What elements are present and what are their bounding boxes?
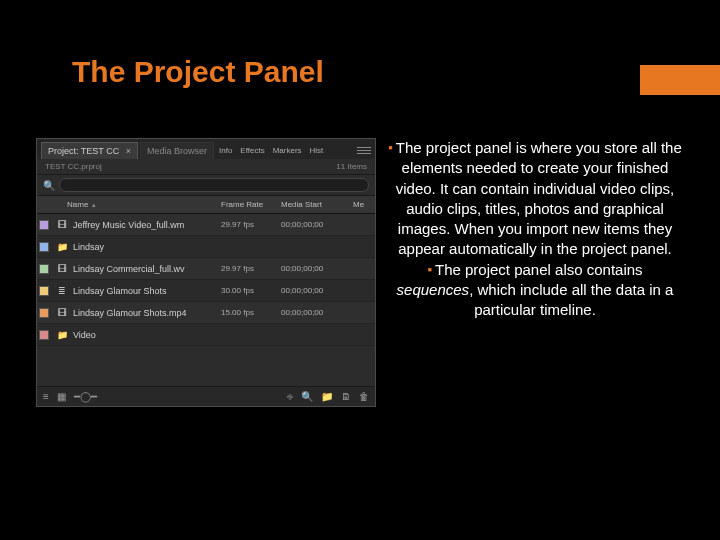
automate-icon[interactable]: ⎆ bbox=[287, 391, 293, 402]
close-icon[interactable]: × bbox=[126, 146, 131, 156]
bullet-2-text-a: The project panel also contains bbox=[435, 261, 643, 278]
slide-title: The Project Panel bbox=[72, 55, 324, 89]
row-name: Lindsay Glamour Shots bbox=[71, 286, 221, 296]
search-icon[interactable]: 🔍 bbox=[43, 180, 55, 191]
search-bar: 🔍 bbox=[37, 175, 375, 196]
panel-menu-icon[interactable] bbox=[357, 145, 371, 157]
row-frame-rate: 30.00 fps bbox=[221, 286, 281, 295]
bin-icon: 📁 bbox=[55, 240, 69, 254]
col-frame-rate[interactable]: Frame Rate bbox=[221, 200, 281, 209]
table-row[interactable]: 🎞 Jeffrey Music Video_full.wm 29.97 fps … bbox=[37, 214, 375, 236]
tab-media-browser[interactable]: Media Browser bbox=[140, 142, 214, 159]
content: Project: TEST CC × Media Browser Info Ef… bbox=[36, 138, 682, 407]
table-row[interactable]: 📁 Lindsay bbox=[37, 236, 375, 258]
label-swatch[interactable] bbox=[39, 308, 49, 318]
panel-footer: ≡ ▦ ━◯━ ⎆ 🔍 📁 🗎 🗑 bbox=[37, 386, 375, 406]
bullet-icon: ▪ bbox=[388, 140, 393, 155]
row-name: Lindsay Commercial_full.wv bbox=[71, 264, 221, 274]
label-swatch[interactable] bbox=[39, 330, 49, 340]
bullet-2: ▪The project panel also contains sequenc… bbox=[388, 260, 682, 321]
tab-effects[interactable]: Effects bbox=[237, 146, 267, 155]
row-media-start: 00;00;00;00 bbox=[281, 264, 353, 273]
bullet-2-text-c: , which include all the data in a partic… bbox=[469, 281, 673, 318]
clip-icon: 🎞 bbox=[55, 262, 69, 276]
new-bin-icon[interactable]: 📁 bbox=[321, 391, 333, 402]
sort-asc-icon[interactable]: ▴ bbox=[92, 201, 96, 209]
bullet-2-italic: sequences bbox=[397, 281, 470, 298]
bullet-1: ▪The project panel is where you store al… bbox=[388, 138, 682, 260]
label-swatch[interactable] bbox=[39, 220, 49, 230]
table-row[interactable]: 🎞 Lindsay Glamour Shots.mp4 15.00 fps 00… bbox=[37, 302, 375, 324]
row-frame-rate: 15.00 fps bbox=[221, 308, 281, 317]
row-media-start: 00;00;00;00 bbox=[281, 308, 353, 317]
accent-box bbox=[640, 65, 720, 95]
sequence-icon: ≣ bbox=[55, 284, 69, 298]
label-swatch[interactable] bbox=[39, 264, 49, 274]
col-media-start[interactable]: Media Start bbox=[281, 200, 353, 209]
bin-icon: 📁 bbox=[55, 328, 69, 342]
empty-area bbox=[37, 346, 375, 386]
table-row[interactable]: 📁 Video bbox=[37, 324, 375, 346]
row-name: Lindsay Glamour Shots.mp4 bbox=[71, 308, 221, 318]
row-media-start: 00;00;00;00 bbox=[281, 220, 353, 229]
project-file-name: TEST CC.prproj bbox=[45, 162, 102, 171]
row-media-start: 00;00;00;00 bbox=[281, 286, 353, 295]
delete-icon[interactable]: 🗑 bbox=[359, 391, 369, 402]
find-icon[interactable]: 🔍 bbox=[301, 391, 313, 402]
bullet-list: ▪The project panel is where you store al… bbox=[388, 138, 682, 407]
tab-project[interactable]: Project: TEST CC × bbox=[41, 142, 138, 159]
list-view-icon[interactable]: ≡ bbox=[43, 391, 49, 402]
label-swatch[interactable] bbox=[39, 286, 49, 296]
row-frame-rate: 29.97 fps bbox=[221, 220, 281, 229]
project-panel: Project: TEST CC × Media Browser Info Ef… bbox=[36, 138, 376, 407]
clip-icon: 🎞 bbox=[55, 306, 69, 320]
bullet-1-text: The project panel is where you store all… bbox=[396, 139, 682, 257]
rows: 🎞 Jeffrey Music Video_full.wm 29.97 fps … bbox=[37, 214, 375, 346]
col-name[interactable]: Name bbox=[67, 200, 88, 209]
icon-view-icon[interactable]: ▦ bbox=[57, 391, 66, 402]
zoom-slider[interactable]: ━◯━ bbox=[74, 391, 97, 402]
new-item-icon[interactable]: 🗎 bbox=[341, 391, 351, 402]
table-row[interactable]: ≣ Lindsay Glamour Shots 30.00 fps 00;00;… bbox=[37, 280, 375, 302]
bullet-icon: ▪ bbox=[427, 262, 432, 277]
table-row[interactable]: 🎞 Lindsay Commercial_full.wv 29.97 fps 0… bbox=[37, 258, 375, 280]
tab-info[interactable]: Info bbox=[216, 146, 235, 155]
search-input[interactable] bbox=[59, 178, 369, 192]
tab-history[interactable]: Hist bbox=[307, 146, 327, 155]
row-frame-rate: 29.97 fps bbox=[221, 264, 281, 273]
tab-markers[interactable]: Markers bbox=[270, 146, 305, 155]
panel-subheader: TEST CC.prproj 11 Items bbox=[37, 159, 375, 175]
item-count: 11 Items bbox=[336, 162, 367, 171]
row-name: Jeffrey Music Video_full.wm bbox=[71, 220, 221, 230]
panel-tabs: Project: TEST CC × Media Browser Info Ef… bbox=[37, 139, 375, 159]
column-headers: Name ▴ Frame Rate Media Start Me bbox=[37, 196, 375, 214]
tab-project-label: Project: TEST CC bbox=[48, 146, 119, 156]
label-swatch[interactable] bbox=[39, 242, 49, 252]
clip-icon: 🎞 bbox=[55, 218, 69, 232]
row-name: Video bbox=[71, 330, 221, 340]
col-media-end[interactable]: Me bbox=[353, 200, 375, 209]
row-name: Lindsay bbox=[71, 242, 221, 252]
